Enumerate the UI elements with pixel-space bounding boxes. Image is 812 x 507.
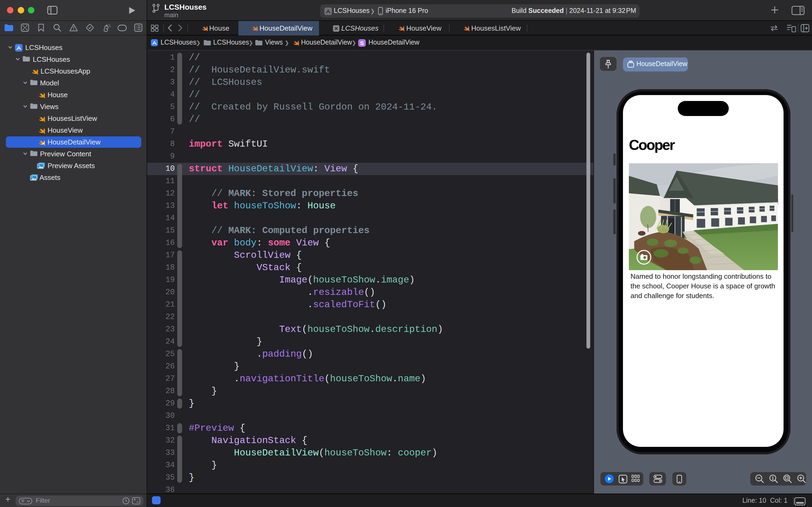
svg-text:1: 1	[771, 476, 774, 481]
